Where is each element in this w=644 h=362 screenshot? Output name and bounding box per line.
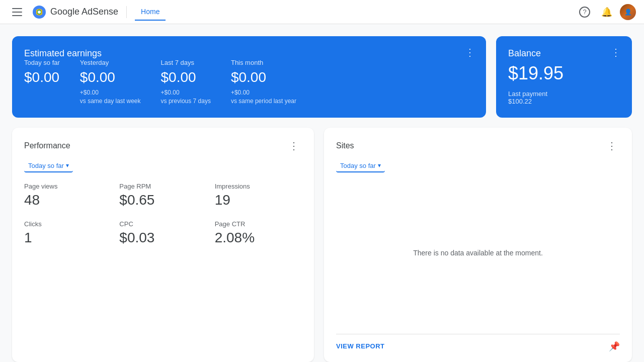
sites-period-label: Today so far: [340, 162, 376, 169]
sites-period-selector[interactable]: Today so far ▾: [336, 160, 385, 172]
header-right: ? 🔔 👤: [576, 3, 636, 21]
performance-period-selector[interactable]: Today so far ▾: [24, 160, 73, 172]
balance-card-title: Balance: [508, 48, 541, 58]
user-avatar[interactable]: 👤: [620, 4, 636, 20]
perf-stat-clicks: Clicks 1: [24, 220, 111, 246]
stat-yesterday: Yesterday $0.00 +$0.00vs same day last w…: [80, 59, 141, 106]
perf-stat-pagectr-label: Page CTR: [215, 220, 302, 228]
main-nav: Home: [135, 4, 166, 21]
performance-card-menu-button[interactable]: ⋮: [286, 138, 302, 154]
bottom-row: Performance ⋮ Today so far ▾ Page views …: [12, 128, 632, 362]
sites-period-chevron: ▾: [378, 162, 381, 169]
perf-stat-cpc-label: CPC: [119, 220, 206, 228]
sites-card-header: Sites ⋮: [336, 138, 620, 154]
perf-stat-clicks-label: Clicks: [24, 220, 111, 228]
stat-today-label: Today so far: [24, 59, 60, 66]
app-header: Google AdSense Home ? 🔔 👤: [0, 0, 644, 24]
stat-today-value: $0.00: [24, 69, 60, 85]
sites-card-title: Sites: [336, 141, 354, 150]
perf-stat-pagerpm-label: Page RPM: [119, 183, 206, 190]
bell-icon: 🔔: [601, 7, 612, 18]
perf-stat-impressions-value: 19: [215, 192, 302, 208]
stat-thismonth-value: $0.00: [231, 69, 296, 85]
help-button[interactable]: ?: [576, 3, 594, 21]
stat-thismonth-label: This month: [231, 59, 296, 66]
view-report-button[interactable]: VIEW REPORT: [336, 340, 385, 352]
sites-no-data-message: There is no data available at the moment…: [336, 172, 620, 334]
earnings-stats: Today so far $0.00 Yesterday $0.00 +$0.0…: [24, 59, 474, 106]
stat-thismonth-delta: +$0.00vs same period last year: [231, 88, 296, 106]
performance-card-header: Performance ⋮: [24, 138, 302, 154]
cards-row: Estimated earnings ⋮ Today so far $0.00 …: [12, 36, 632, 118]
stat-last7days-label: Last 7 days: [161, 59, 211, 66]
main-content: Estimated earnings ⋮ Today so far $0.00 …: [0, 24, 644, 362]
performance-card-title: Performance: [24, 141, 70, 150]
stat-last7days-value: $0.00: [161, 69, 211, 85]
estimated-earnings-card: Estimated earnings ⋮ Today so far $0.00 …: [12, 36, 486, 118]
sites-card: Sites ⋮ Today so far ▾ There is no data …: [324, 128, 632, 362]
perf-stat-impressions: Impressions 19: [215, 183, 302, 208]
perf-stat-pageviews-value: 48: [24, 192, 111, 208]
last-payment-label: Last payment: [508, 90, 547, 98]
stat-today: Today so far $0.00: [24, 59, 60, 106]
performance-period-chevron: ▾: [66, 162, 69, 169]
notifications-button[interactable]: 🔔: [598, 3, 616, 21]
perf-stat-pageviews-label: Page views: [24, 183, 111, 190]
stat-yesterday-value: $0.00: [80, 69, 141, 85]
balance-card: Balance ⋮ $19.95 Last payment $100.22: [496, 36, 632, 118]
stat-last7days-delta: +$0.00vs previous 7 days: [161, 88, 211, 106]
stat-yesterday-label: Yesterday: [80, 59, 141, 66]
help-icon: ?: [579, 7, 590, 18]
nav-item-home[interactable]: Home: [135, 4, 166, 21]
perf-stat-cpc-value: $0.03: [119, 230, 206, 246]
performance-card: Performance ⋮ Today so far ▾ Page views …: [12, 128, 314, 362]
last-payment-amount: $100.22: [508, 98, 532, 105]
perf-stat-impressions-label: Impressions: [215, 183, 302, 190]
performance-stats-grid: Page views 48 Page RPM $0.65 Impressions…: [24, 183, 302, 246]
header-left: Google AdSense: [8, 3, 118, 21]
perf-stat-cpc: CPC $0.03: [119, 220, 206, 246]
stat-last7days: Last 7 days $0.00 +$0.00vs previous 7 da…: [161, 59, 211, 106]
perf-stat-pagerpm: Page RPM $0.65: [119, 183, 206, 208]
perf-stat-pagectr: Page CTR 2.08%: [215, 220, 302, 246]
sites-footer: VIEW REPORT 📌: [336, 334, 620, 352]
balance-last-payment: Last payment $100.22: [508, 90, 620, 105]
pin-icon: 📌: [609, 341, 620, 352]
performance-period-label: Today so far: [28, 162, 64, 169]
perf-stat-clicks-value: 1: [24, 230, 111, 246]
svg-point-1: [38, 11, 41, 14]
perf-stat-pagerpm-value: $0.65: [119, 192, 206, 208]
avatar-image: 👤: [624, 9, 632, 16]
stat-yesterday-delta: +$0.00vs same day last week: [80, 88, 141, 106]
earnings-card-title: Estimated earnings: [24, 48, 102, 58]
perf-stat-pageviews: Page views 48: [24, 183, 111, 208]
balance-card-menu-button[interactable]: ⋮: [608, 44, 624, 60]
adsense-logo-icon: [32, 5, 46, 19]
logo-text: Google AdSense: [50, 7, 118, 17]
header-divider: [126, 6, 127, 18]
stat-thismonth: This month $0.00 +$0.00vs same period la…: [231, 59, 296, 106]
balance-amount: $19.95: [508, 63, 620, 84]
perf-stat-pagectr-value: 2.08%: [215, 230, 302, 246]
hamburger-menu-button[interactable]: [8, 3, 26, 21]
sites-card-menu-button[interactable]: ⋮: [604, 138, 620, 154]
logo: Google AdSense: [32, 5, 118, 19]
earnings-card-menu-button[interactable]: ⋮: [462, 44, 478, 60]
